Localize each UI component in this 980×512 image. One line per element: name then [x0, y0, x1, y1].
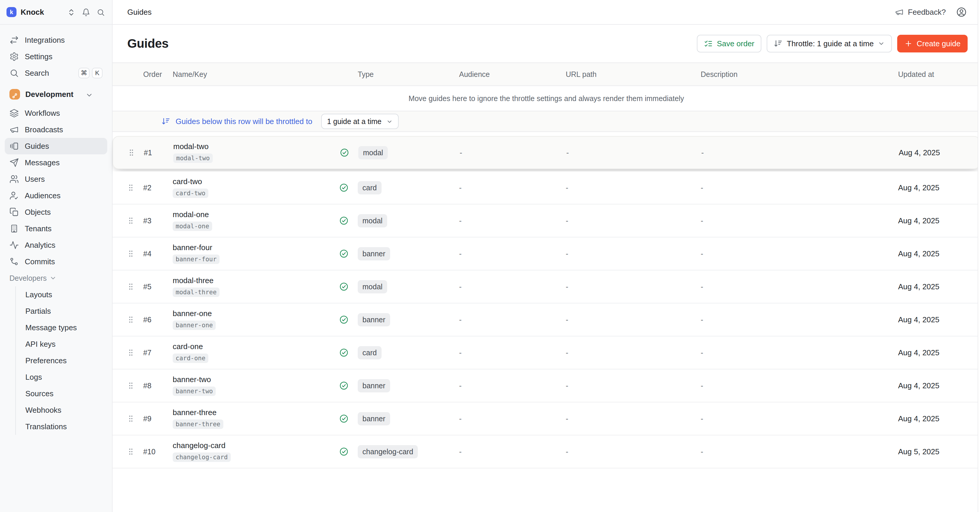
guide-audience: -: [459, 315, 566, 324]
throttle-dropdown-button[interactable]: Throttle: 1 guide at a time: [767, 35, 892, 52]
column-header-name-key: Name/Key: [173, 70, 339, 79]
sidebar-item-label: Preferences: [25, 356, 67, 365]
sort-descending-icon: [774, 39, 783, 48]
workspace-row: k Knock: [0, 0, 112, 25]
guide-order: #1: [144, 148, 173, 157]
sidebar-item-translations[interactable]: Translations: [16, 418, 107, 435]
sidebar-item-tenants[interactable]: Tenants: [5, 220, 107, 237]
guide-url-path: -: [566, 183, 701, 192]
guide-type-badge: card: [358, 181, 382, 194]
sidebar-item-message-types[interactable]: Message types: [16, 320, 107, 336]
sidebar-item-audiences[interactable]: Audiences: [5, 188, 107, 204]
account-avatar-icon[interactable]: [956, 6, 967, 17]
sidebar-item-label: Objects: [25, 208, 51, 217]
sidebar-item-sources[interactable]: Sources: [16, 385, 107, 402]
guide-name: card-two: [173, 177, 202, 186]
search-shortcut-keys: ⌘K: [78, 68, 103, 78]
guide-name: modal-two: [173, 142, 208, 151]
sort-descending-icon: [161, 117, 170, 126]
environment-switcher[interactable]: Development: [5, 86, 107, 103]
sidebar-item-messages[interactable]: Messages: [5, 154, 107, 171]
guide-row[interactable]: #4 banner-four banner-four banner - - - …: [113, 237, 980, 270]
sidebar-item-logs[interactable]: Logs: [16, 369, 107, 385]
throttle-value-dropdown[interactable]: 1 guide at a time: [321, 114, 399, 129]
guide-row[interactable]: #7 card-one card-one card - - - Aug 4, 2…: [113, 336, 980, 369]
unthrottled-dropzone[interactable]: Move guides here to ignore the throttle …: [113, 86, 980, 111]
guide-key-badge: modal-one: [173, 221, 212, 231]
drag-handle-icon[interactable]: [127, 447, 135, 456]
sidebar-item-users[interactable]: Users: [5, 171, 107, 188]
sidebar-item-label: Analytics: [25, 241, 56, 250]
guide-row[interactable]: #5 modal-three modal-three modal - - - A…: [113, 270, 980, 304]
status-check-icon: [339, 348, 349, 358]
drag-handle-icon[interactable]: [127, 249, 135, 258]
drag-handle-icon[interactable]: [127, 148, 135, 157]
guide-row[interactable]: #9 banner-three banner-three banner - - …: [113, 402, 980, 436]
scrollbar-gutter[interactable]: [978, 0, 980, 512]
save-order-button[interactable]: Save order: [697, 35, 761, 52]
guide-description: -: [701, 315, 898, 324]
guide-name: modal-three: [173, 276, 214, 285]
sidebar-item-broadcasts[interactable]: Broadcasts: [5, 121, 107, 138]
drag-handle-icon[interactable]: [127, 282, 135, 291]
guide-type-badge: changelog-card: [358, 445, 418, 458]
guide-description: -: [701, 216, 898, 225]
status-check-icon: [339, 216, 349, 226]
drag-handle-icon[interactable]: [127, 216, 135, 225]
guide-audience: -: [459, 282, 566, 291]
sidebar-item-objects[interactable]: Objects: [5, 204, 107, 220]
guide-name: banner-two: [173, 375, 211, 384]
sidebar-item-guides[interactable]: Guides: [5, 138, 107, 154]
sidebar-item-integrations[interactable]: Integrations: [5, 32, 107, 48]
drag-handle-icon[interactable]: [127, 315, 135, 324]
plus-icon: [904, 40, 913, 48]
guides-table: OrderName/KeyTypeAudienceURL pathDescrip…: [113, 62, 980, 468]
status-check-icon: [339, 183, 349, 192]
feedback-button[interactable]: Feedback?: [895, 8, 946, 17]
drag-handle-icon[interactable]: [127, 381, 135, 390]
sidebar-item-label: Settings: [25, 52, 52, 61]
guide-row[interactable]: #6 banner-one banner-one banner - - - Au…: [113, 304, 980, 336]
guide-type-badge: modal: [358, 280, 387, 293]
page-title: Guides: [127, 37, 169, 51]
sidebar-item-label: Integrations: [25, 36, 65, 45]
guide-url-path: -: [566, 348, 701, 357]
sidebar-item-label: Broadcasts: [25, 125, 63, 134]
shortcut-key: K: [92, 68, 103, 78]
guide-row[interactable]: #1 modal-two modal-two modal - - - Aug 4…: [113, 136, 980, 169]
sidebar-item-analytics[interactable]: Analytics: [5, 237, 107, 253]
sidebar-item-commits[interactable]: Commits: [5, 253, 107, 270]
drag-handle-icon[interactable]: [127, 348, 135, 357]
guide-updated-at: Aug 4, 2025: [898, 414, 966, 423]
sidebar-item-settings[interactable]: Settings: [5, 48, 107, 65]
status-check-icon: [339, 315, 349, 324]
sidebar-item-search[interactable]: Search⌘K: [5, 65, 107, 81]
sidebar-item-preferences[interactable]: Preferences: [16, 352, 107, 369]
sidebar-item-api-keys[interactable]: API keys: [16, 336, 107, 352]
drag-handle-icon[interactable]: [127, 183, 135, 192]
guide-row[interactable]: #10 changelog-card changelog-card change…: [113, 436, 980, 468]
throttle-divider-row: Guides below this row will be throttled …: [113, 111, 980, 132]
guide-row[interactable]: #2 card-two card-two card - - - Aug 4, 2…: [113, 172, 980, 204]
guide-row[interactable]: #3 modal-one modal-one modal - - - Aug 4…: [113, 204, 980, 237]
status-check-icon: [339, 148, 350, 157]
drag-handle-icon[interactable]: [127, 414, 135, 423]
sidebar-item-partials[interactable]: Partials: [16, 303, 107, 320]
create-guide-button[interactable]: Create guide: [897, 35, 967, 52]
guide-key-badge: banner-three: [173, 420, 223, 429]
notifications-bell-icon[interactable]: [82, 8, 90, 16]
breadcrumb[interactable]: Guides: [127, 8, 151, 17]
guide-audience: -: [459, 183, 566, 192]
sidebar-item-webhooks[interactable]: Webhooks: [16, 402, 107, 418]
chevron-down-icon: [86, 91, 93, 98]
guide-name: modal-one: [173, 210, 209, 219]
guide-name: card-one: [173, 342, 203, 351]
guide-row[interactable]: #8 banner-two banner-two banner - - - Au…: [113, 369, 980, 402]
workspace-switcher-icon[interactable]: [67, 8, 75, 16]
sidebar-item-layouts[interactable]: Layouts: [16, 286, 107, 303]
main-area: Guides Feedback? Guides Save order Throt…: [113, 0, 980, 512]
sidebar-item-label: Sources: [25, 389, 53, 398]
topbar-search-icon[interactable]: [97, 8, 105, 16]
sidebar-item-workflows[interactable]: Workflows: [5, 105, 107, 121]
developers-section-toggle[interactable]: Developers: [5, 270, 107, 286]
